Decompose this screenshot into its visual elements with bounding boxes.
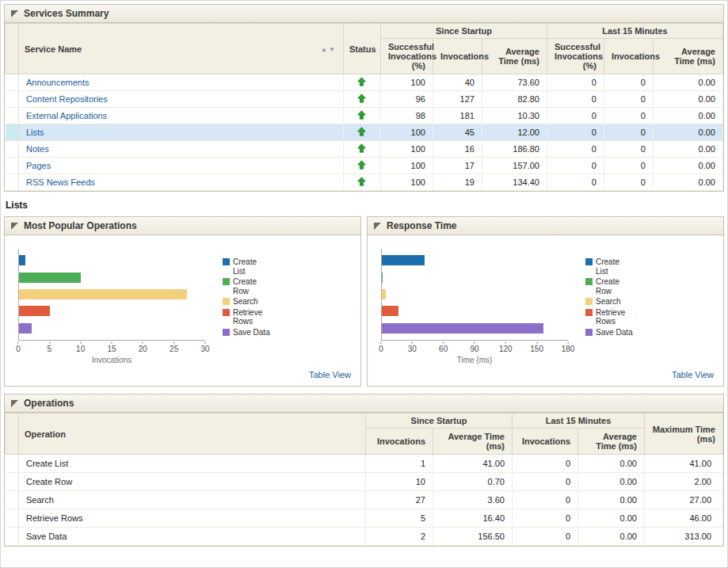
last-successful-invocations-cell: 0 (547, 158, 604, 174)
bar-chart-plot: 0306090120150180 Time (ms) (381, 249, 568, 364)
row-selector[interactable] (6, 124, 19, 141)
service-name-cell: External Applications (19, 108, 344, 124)
row-selector[interactable] (6, 455, 19, 473)
legend-label: Save Data (596, 328, 634, 337)
last-invocations-cell: 0 (513, 473, 578, 491)
sort-ascending-icon[interactable]: ▲ (321, 45, 329, 52)
table-row[interactable]: RSS News Feeds10019134.40000.00 (6, 174, 723, 191)
row-selector[interactable] (6, 528, 19, 546)
service-name-cell: Content Repositories (19, 91, 344, 108)
table-view-link[interactable]: Table View (672, 370, 714, 379)
table-row[interactable]: Announcements1004073.60000.00 (6, 74, 723, 91)
last-invocations-cell: 0 (513, 509, 578, 528)
charts-row: Most Popular Operations 051015202530 Inv… (4, 216, 724, 387)
table-row[interactable]: Search273.6000.0027.00 (6, 491, 723, 509)
most-popular-operations-panel: Most Popular Operations 051015202530 Inv… (4, 216, 361, 387)
service-name-cell: Pages (19, 158, 344, 174)
collapse-icon[interactable] (11, 10, 18, 17)
col-since-invocations[interactable]: Invocations (433, 39, 482, 74)
service-link[interactable]: Lists (26, 128, 44, 137)
row-selector[interactable] (6, 174, 19, 191)
col-since-average-time[interactable]: Average Time (ms) (433, 429, 513, 455)
row-selector[interactable] (6, 491, 19, 509)
col-maximum-time[interactable]: Maximum Time (ms) (645, 414, 723, 455)
bar-chart-plot: 051015202530 Invocations (18, 249, 205, 364)
row-selector[interactable] (6, 74, 19, 91)
since-invocations-cell: 16 (433, 141, 482, 158)
table-row[interactable]: Pages10017157.00000.00 (6, 158, 723, 174)
since-invocations-cell: 19 (433, 174, 482, 191)
sort-icons: ▲▼ (321, 45, 337, 52)
status-cell (343, 141, 380, 158)
legend-item-create-row: Create Row (223, 277, 271, 295)
table-row[interactable]: Retrieve Rows516.4000.0046.00 (6, 509, 723, 528)
status-cell (343, 74, 380, 91)
col-status[interactable]: Status (343, 24, 380, 74)
axis-tick-label: 0 (379, 341, 383, 353)
service-link[interactable]: External Applications (26, 111, 107, 120)
table-row[interactable]: Create Row100.7000.002.00 (6, 473, 723, 491)
axis-tick-label: 60 (439, 341, 448, 353)
row-selector[interactable] (6, 158, 19, 174)
bars-area (18, 249, 205, 341)
service-link[interactable]: Content Repositories (26, 94, 108, 104)
table-row[interactable]: External Applications9818110.30000.00 (6, 108, 723, 124)
collapse-icon[interactable] (374, 223, 381, 230)
col-last-invocations[interactable]: Invocations (604, 39, 653, 74)
panel-title: Services Summary (24, 8, 109, 19)
last-average-time-cell: 0.00 (578, 473, 645, 491)
collapse-icon[interactable] (11, 223, 18, 230)
maximum-time-cell: 2.00 (645, 473, 723, 491)
bar-search (382, 289, 386, 299)
row-selector[interactable] (6, 108, 19, 124)
sort-descending-icon[interactable]: ▼ (329, 45, 337, 52)
collapse-icon[interactable] (11, 400, 18, 407)
bar-create-list (382, 255, 425, 265)
axis-tick-label: 15 (107, 341, 116, 353)
col-since-average-time[interactable]: Average Time (ms) (482, 39, 547, 74)
row-selector[interactable] (6, 509, 19, 528)
col-last-invocations[interactable]: Invocations (513, 429, 578, 455)
service-link[interactable]: Announcements (26, 78, 90, 87)
panel-title: Most Popular Operations (24, 220, 137, 231)
col-group-since-startup: Since Startup (366, 414, 513, 429)
last-average-time-cell: 0.00 (578, 528, 645, 546)
col-operation[interactable]: Operation (19, 414, 366, 455)
bars-area (381, 249, 568, 341)
row-selector[interactable] (6, 141, 19, 158)
bar-save-data (382, 323, 543, 334)
row-selector[interactable] (6, 473, 19, 491)
col-service-name[interactable]: Service Name ▲▼ (19, 24, 344, 74)
table-row[interactable]: Content Repositories9612782.80000.00 (6, 91, 723, 108)
legend-label: Retrieve Rows (596, 308, 634, 326)
since-successful-invocations-cell: 100 (380, 158, 433, 174)
col-last-average-time[interactable]: Average Time (ms) (653, 39, 722, 74)
row-selector[interactable] (6, 91, 19, 108)
table-row[interactable]: Lists1004512.00000.00 (6, 124, 723, 141)
last-invocations-cell: 0 (604, 74, 653, 91)
maximum-time-cell: 46.00 (645, 509, 723, 528)
table-row[interactable]: Create List141.0000.0041.00 (6, 455, 723, 473)
legend-item-search: Search (223, 297, 271, 307)
since-successful-invocations-cell: 100 (380, 141, 433, 158)
table-row[interactable]: Save Data2156.5000.00313.00 (6, 528, 723, 546)
selector-column-header (6, 24, 19, 74)
status-cell (343, 108, 380, 124)
operations-panel: Operations Operation Since Startup Last … (4, 394, 724, 547)
bar-retrieve-rows (382, 306, 398, 316)
last-invocations-cell: 0 (513, 528, 578, 546)
col-since-successful-invocations[interactable]: Successful Invocations (%) (380, 39, 433, 74)
legend-item-create-list: Create List (585, 257, 634, 276)
col-since-invocations[interactable]: Invocations (366, 429, 433, 455)
table-view-link[interactable]: Table View (309, 370, 351, 379)
col-last-successful-invocations[interactable]: Successful Invocations (%) (547, 39, 604, 74)
service-link[interactable]: Notes (26, 144, 49, 154)
col-last-average-time[interactable]: Average Time (ms) (578, 429, 645, 455)
service-link[interactable]: Pages (26, 161, 51, 170)
status-cell (343, 158, 380, 174)
table-row[interactable]: Notes10016186.80000.00 (6, 141, 723, 158)
service-link[interactable]: RSS News Feeds (26, 177, 95, 187)
since-invocations-cell: 5 (366, 509, 433, 528)
col-group-last-15-minutes: Last 15 Minutes (547, 24, 722, 39)
last-invocations-cell: 0 (604, 91, 653, 108)
